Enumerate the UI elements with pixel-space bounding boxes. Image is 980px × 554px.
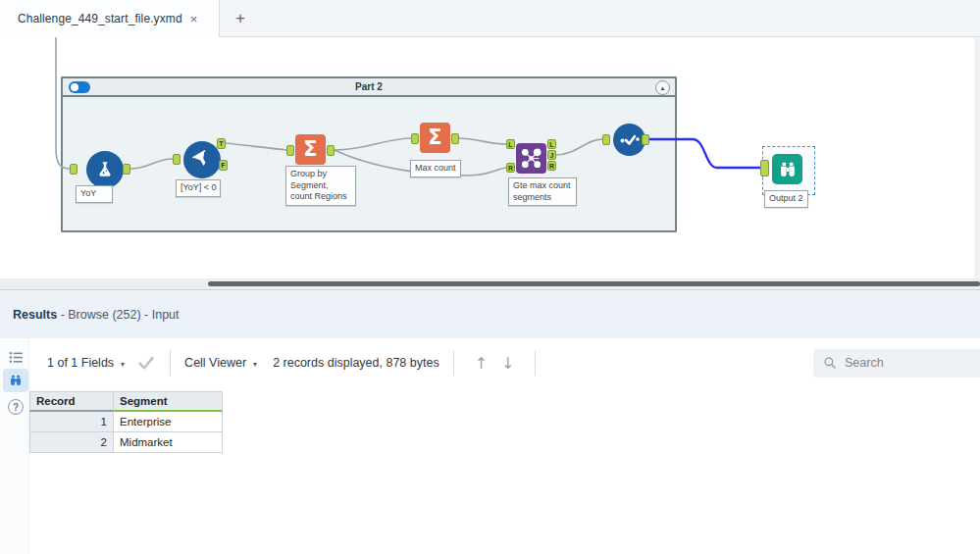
summarize-max-output-anchor[interactable] bbox=[451, 133, 459, 144]
tool-container-part2[interactable]: Part 2 ▲ bbox=[61, 76, 677, 232]
summarize-group-tool[interactable]: Σ bbox=[295, 134, 326, 165]
filter-annotation[interactable]: [YoY] < 0 bbox=[176, 179, 221, 197]
browse-input-anchor[interactable] bbox=[760, 160, 769, 176]
sigma-icon: Σ bbox=[303, 139, 317, 160]
join-right-input-anchor[interactable]: R bbox=[506, 163, 515, 173]
search-box[interactable] bbox=[813, 349, 980, 378]
summarize-max-tool[interactable]: Σ bbox=[420, 123, 450, 153]
apply-check-icon[interactable] bbox=[136, 354, 156, 372]
column-header-segment[interactable]: Segment bbox=[114, 391, 223, 412]
segment-cell[interactable]: Midmarket bbox=[114, 432, 223, 453]
toolbar-separator bbox=[170, 350, 171, 376]
container-enable-toggle[interactable] bbox=[69, 81, 90, 93]
new-tab-button[interactable]: + bbox=[220, 0, 261, 37]
browse-tool[interactable] bbox=[772, 154, 802, 184]
chevron-down-icon[interactable]: ▾ bbox=[121, 360, 125, 369]
search-input[interactable] bbox=[845, 356, 962, 370]
funnel-icon bbox=[187, 145, 217, 175]
record-cell[interactable]: 2 bbox=[29, 432, 114, 453]
formula-output-anchor[interactable] bbox=[123, 164, 130, 175]
tab-close-icon[interactable]: × bbox=[190, 12, 198, 26]
toolbar-separator bbox=[535, 350, 536, 376]
grid-header-row: Record Segment bbox=[29, 391, 223, 412]
formula-input-anchor[interactable] bbox=[70, 164, 77, 175]
record-cell[interactable]: 1 bbox=[29, 412, 114, 432]
filter-tool[interactable] bbox=[183, 141, 221, 178]
summarize-group-input-anchor[interactable] bbox=[286, 145, 294, 156]
fields-dropdown[interactable]: 1 of 1 Fields bbox=[47, 356, 114, 370]
filter-input-anchor[interactable] bbox=[173, 154, 181, 165]
column-header-record[interactable]: Record bbox=[29, 391, 114, 412]
results-sidebar: ? bbox=[0, 338, 29, 554]
formula-tool[interactable] bbox=[86, 151, 124, 188]
container-collapse-button[interactable]: ▲ bbox=[655, 80, 670, 95]
segment-cell[interactable]: Enterprise bbox=[114, 412, 223, 432]
help-button[interactable]: ? bbox=[8, 399, 24, 415]
metadata-view-button[interactable] bbox=[3, 345, 28, 369]
document-tab-bar: Challenge_449_start_file.yxmd × + bbox=[0, 0, 980, 37]
join-left-input-anchor[interactable]: L bbox=[506, 139, 515, 149]
join-l-output-anchor[interactable]: L bbox=[547, 139, 556, 149]
join-annotation[interactable]: Gte max count segments bbox=[508, 177, 577, 206]
binoculars-icon bbox=[777, 159, 799, 180]
formula-annotation[interactable]: YoY bbox=[76, 185, 113, 203]
unique-input-anchor[interactable] bbox=[602, 134, 610, 145]
join-j-output-anchor[interactable]: J bbox=[547, 150, 556, 160]
tool-container-header[interactable]: Part 2 bbox=[63, 78, 675, 97]
results-title: Results bbox=[13, 308, 57, 322]
canvas-vertical-scrollbar[interactable] bbox=[974, 37, 980, 278]
toggle-knob bbox=[71, 83, 78, 91]
chevron-down-icon[interactable]: ▾ bbox=[253, 360, 257, 369]
list-icon bbox=[8, 349, 25, 366]
summarize-group-annotation[interactable]: Group by Segment, count Regions bbox=[285, 166, 356, 206]
records-info: 2 records displayed, 878 bytes bbox=[273, 356, 439, 370]
canvas-hscrollbar-thumb[interactable] bbox=[208, 281, 980, 286]
sigma-icon: Σ bbox=[428, 127, 441, 148]
join-tool[interactable] bbox=[516, 143, 546, 174]
canvas-horizontal-scrollbar[interactable] bbox=[0, 278, 980, 289]
flask-icon bbox=[94, 159, 116, 180]
alteryx-designer-window: Challenge_449_start_file.yxmd × + Part 2… bbox=[0, 0, 980, 554]
summarize-max-annotation[interactable]: Max count bbox=[410, 160, 461, 177]
results-header: Results - Browse (252) - Input bbox=[0, 290, 980, 338]
workflow-tab-label: Challenge_449_start_file.yxmd bbox=[18, 12, 182, 25]
join-r-output-anchor[interactable]: R bbox=[547, 161, 556, 171]
results-panel: Results - Browse (252) - Input bbox=[0, 289, 980, 554]
join-network-icon bbox=[518, 145, 544, 172]
search-icon bbox=[823, 356, 837, 370]
summarize-max-input-anchor[interactable] bbox=[411, 133, 419, 144]
unique-check-icon bbox=[618, 128, 642, 152]
results-grid: Record Segment 1 Enterprise 2 Midmarket bbox=[29, 391, 223, 453]
filter-false-anchor[interactable]: F bbox=[219, 160, 228, 171]
results-subtitle: - Browse (252) - Input bbox=[57, 308, 179, 322]
table-row: 2 Midmarket bbox=[29, 432, 223, 453]
cell-viewer-dropdown[interactable]: Cell Viewer bbox=[184, 356, 246, 370]
filter-true-anchor[interactable]: T bbox=[217, 138, 226, 149]
preview-view-button[interactable] bbox=[3, 369, 28, 392]
results-toolbar: 1 of 1 Fields ▾ Cell Viewer ▾ 2 records … bbox=[29, 338, 980, 387]
summarize-group-output-anchor[interactable] bbox=[327, 145, 335, 156]
workflow-tab[interactable]: Challenge_449_start_file.yxmd × bbox=[0, 0, 220, 37]
browse-annotation[interactable]: Output 2 bbox=[764, 190, 808, 208]
table-row: 1 Enterprise bbox=[29, 412, 223, 432]
scroll-down-button[interactable]: ↓ bbox=[501, 354, 514, 373]
toolbar-separator bbox=[453, 350, 454, 376]
scroll-up-button[interactable]: ↑ bbox=[475, 354, 488, 373]
container-title: Part 2 bbox=[63, 81, 675, 92]
binoculars-icon bbox=[7, 373, 25, 388]
unique-output-anchor[interactable] bbox=[642, 134, 649, 145]
